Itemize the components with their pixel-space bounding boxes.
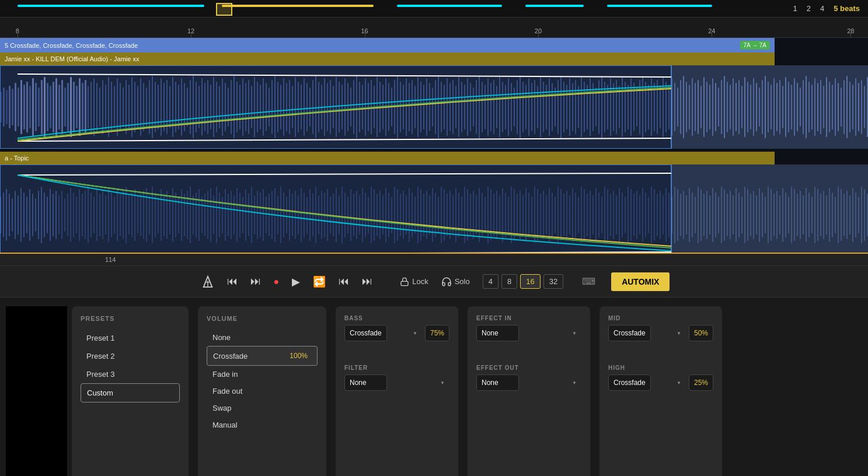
svg-rect-457 bbox=[449, 191, 451, 239]
upper-track-title: Jamie xx - KILL DEM (Official Audio) - J… bbox=[5, 55, 139, 62]
preset-1-item[interactable]: Preset 1 bbox=[81, 329, 180, 347]
svg-rect-424 bbox=[353, 194, 354, 236]
fast-forward-button[interactable]: ⏭ bbox=[247, 272, 264, 290]
svg-rect-184 bbox=[531, 83, 532, 131]
svg-rect-8 bbox=[18, 88, 19, 127]
svg-rect-489 bbox=[543, 191, 544, 239]
filter-select-wrapper: None Crossfade Fade in Fade out bbox=[344, 374, 449, 391]
svg-rect-26 bbox=[70, 77, 72, 137]
preset-custom-item[interactable]: Custom bbox=[81, 383, 180, 402]
svg-rect-347 bbox=[128, 195, 130, 235]
loop-button[interactable]: 🔁 bbox=[310, 272, 329, 291]
svg-rect-497 bbox=[566, 191, 567, 239]
beat-32-button[interactable]: 32 bbox=[543, 274, 563, 289]
beat-8-button[interactable]: 8 bbox=[501, 274, 517, 289]
play-button[interactable]: ▶ bbox=[289, 272, 303, 291]
svg-rect-94 bbox=[269, 88, 270, 127]
high-select[interactable]: Crossfade None Fade in Fade out bbox=[608, 374, 651, 391]
svg-rect-296 bbox=[858, 83, 859, 131]
effect-out-title: EFFECT OUT bbox=[476, 365, 581, 371]
svg-rect-55 bbox=[155, 82, 156, 132]
beats-5-button[interactable]: 5 beats bbox=[831, 3, 862, 14]
svg-rect-520 bbox=[633, 194, 635, 236]
svg-rect-141 bbox=[406, 78, 407, 136]
svg-rect-573 bbox=[788, 197, 789, 233]
svg-rect-167 bbox=[482, 82, 483, 132]
svg-rect-73 bbox=[207, 80, 208, 134]
svg-rect-100 bbox=[286, 83, 287, 131]
svg-rect-117 bbox=[336, 77, 337, 137]
svg-rect-544 bbox=[703, 194, 705, 236]
svg-rect-228 bbox=[660, 86, 661, 128]
svg-rect-307 bbox=[12, 198, 13, 232]
svg-rect-77 bbox=[219, 86, 220, 128]
effect-in-select[interactable]: None Crossfade Fade in Fade out bbox=[476, 325, 519, 341]
svg-rect-76 bbox=[216, 82, 217, 132]
beats-4-button[interactable]: 4 bbox=[818, 3, 827, 14]
mid-select[interactable]: Crossfade None Fade in Fade out bbox=[608, 325, 651, 341]
svg-rect-417 bbox=[333, 194, 334, 236]
svg-rect-561 bbox=[753, 191, 754, 239]
svg-rect-522 bbox=[639, 195, 640, 235]
preset-2-item[interactable]: Preset 2 bbox=[81, 347, 180, 365]
volume-manual-item[interactable]: Manual bbox=[207, 416, 318, 433]
svg-rect-425 bbox=[356, 191, 357, 239]
svg-rect-593 bbox=[846, 191, 848, 239]
volume-fadeout-item[interactable]: Fade out bbox=[207, 383, 318, 400]
waveform-area[interactable]: 5 Crossfade, Crossfade, Crossfade, Cross… bbox=[0, 38, 868, 265]
preset-3-item[interactable]: Preset 3 bbox=[81, 365, 180, 383]
svg-rect-267 bbox=[773, 78, 775, 136]
volume-none-item[interactable]: None bbox=[207, 329, 318, 346]
svg-rect-145 bbox=[417, 77, 419, 137]
beat-4-button[interactable]: 4 bbox=[483, 274, 499, 289]
svg-rect-5 bbox=[9, 86, 11, 128]
svg-rect-274 bbox=[794, 78, 795, 136]
beats-1-button[interactable]: 1 bbox=[790, 3, 799, 14]
bass-select-wrapper: Crossfade None Fade in Fade out bbox=[344, 325, 422, 341]
volume-crossfade-item[interactable]: Crossfade 100% bbox=[207, 346, 318, 366]
svg-rect-430 bbox=[371, 187, 372, 243]
beat-16-button[interactable]: 16 bbox=[520, 274, 540, 289]
svg-rect-523 bbox=[642, 188, 643, 242]
lock-control[interactable]: Lock bbox=[400, 277, 428, 286]
svg-rect-298 bbox=[864, 86, 865, 128]
filter-select[interactable]: None Crossfade Fade in Fade out bbox=[344, 374, 387, 391]
svg-rect-215 bbox=[622, 77, 623, 137]
svg-rect-463 bbox=[467, 189, 468, 241]
rewind-button[interactable]: ⏮ bbox=[224, 272, 240, 290]
skip-forward-button[interactable]: ⏭ bbox=[359, 272, 375, 290]
svg-rect-553 bbox=[730, 191, 731, 239]
svg-rect-242 bbox=[700, 86, 702, 128]
svg-rect-69 bbox=[196, 82, 197, 132]
timeline-scroll-area[interactable] bbox=[0, 0, 785, 17]
svg-rect-91 bbox=[260, 85, 261, 130]
svg-rect-165 bbox=[476, 80, 477, 134]
svg-rect-250 bbox=[724, 76, 725, 138]
automix-button[interactable]: AUTOMIX bbox=[611, 272, 670, 291]
svg-rect-323 bbox=[58, 195, 60, 235]
timeline-segment-2 bbox=[222, 5, 374, 7]
solo-label: Solo bbox=[455, 277, 470, 286]
solo-control[interactable]: Solo bbox=[441, 276, 470, 287]
record-button[interactable]: ● bbox=[271, 274, 283, 290]
svg-rect-192 bbox=[555, 88, 556, 127]
svg-rect-493 bbox=[555, 197, 556, 233]
volume-swap-item[interactable]: Swap bbox=[207, 400, 318, 416]
svg-rect-171 bbox=[493, 80, 494, 134]
svg-rect-316 bbox=[38, 191, 39, 239]
bass-select[interactable]: Crossfade None Fade in Fade out bbox=[344, 325, 387, 341]
svg-rect-246 bbox=[712, 78, 713, 136]
svg-rect-381 bbox=[228, 194, 229, 236]
metronome-button[interactable] bbox=[198, 272, 217, 291]
svg-rect-343 bbox=[117, 189, 118, 241]
beats-2-button[interactable]: 2 bbox=[804, 3, 813, 14]
effect-out-select[interactable]: None Crossfade Fade in Fade out bbox=[476, 374, 519, 391]
skip-back-button[interactable]: ⏮ bbox=[336, 272, 352, 290]
svg-rect-570 bbox=[779, 195, 780, 235]
svg-rect-526 bbox=[651, 187, 652, 243]
svg-rect-454 bbox=[441, 187, 442, 243]
svg-rect-487 bbox=[537, 189, 538, 241]
svg-rect-394 bbox=[266, 197, 267, 233]
svg-rect-589 bbox=[835, 197, 836, 233]
volume-fadein-item[interactable]: Fade in bbox=[207, 366, 318, 383]
